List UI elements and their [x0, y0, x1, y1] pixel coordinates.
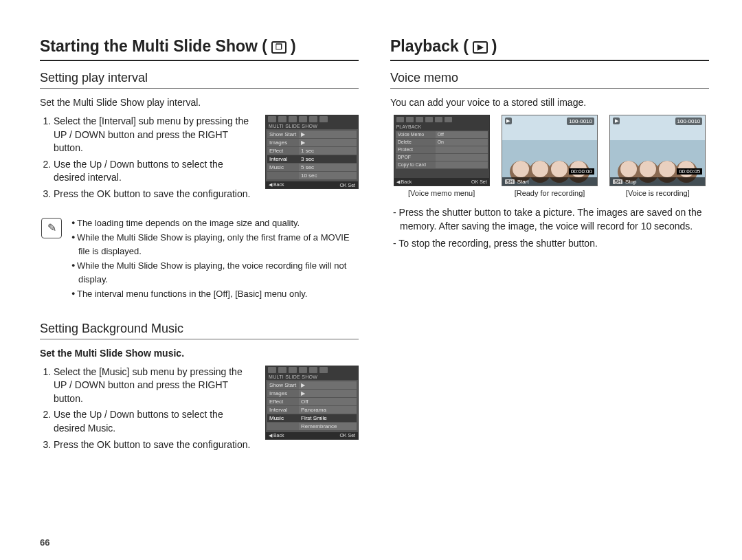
sec1-step-row: Select the [Interval] sub menu by pressi…: [40, 115, 359, 204]
right-sec1-intro: You can add your voice to a stored still…: [390, 97, 709, 108]
list-item: While the Multi Slide Show is playing, t…: [78, 259, 355, 286]
right-title-rule: [390, 60, 709, 61]
sec2-intro: Set the Multi Slide Show music.: [40, 348, 359, 359]
right-title: Playback ( ▶ ): [390, 37, 709, 56]
notes-list: The loading time depends on the image si…: [69, 216, 355, 302]
sec2-steps: Select the [Music] sub menu by pressing …: [40, 366, 256, 455]
list-item: Press the OK button to save the configur…: [54, 188, 256, 201]
right-sec1-heading: Voice memo: [390, 71, 709, 85]
list-item: While the Multi Slide Show is playing, o…: [78, 231, 355, 258]
vm-photo-recording: ▶ 100-0010 00:00:05 SHStop: [609, 115, 706, 186]
vm-item-recording: ▶ 100-0010 00:00:05 SHStop [Voice is rec…: [607, 115, 709, 197]
page-number: 66: [40, 537, 49, 548]
timer: 00:00:05: [677, 168, 702, 175]
lcd-tabbar: [266, 366, 358, 374]
lcd-title: MULTI SLIDE SHOW: [266, 123, 358, 129]
list-item: Press the OK button to save the configur…: [54, 438, 256, 452]
voice-memo-row: PLAYBACK Voice MemoOff DeleteOn Protect …: [390, 115, 709, 197]
sec1-rule: [40, 88, 359, 89]
photo-tag: 100-0010: [675, 117, 703, 125]
left-column: Starting the Multi Slide Show ( ❐ ) Sett…: [40, 37, 359, 454]
list-item: The interval menu functions in the [Off]…: [78, 287, 355, 301]
left-title-rule: [40, 60, 359, 61]
vm-item-ready: ▶ 100-0010 00:00:00 SHStart [Ready for r…: [498, 115, 600, 197]
list-item: Press the shutter button to take a pictu…: [400, 205, 709, 234]
sec1-lcd: MULTI SLIDE SHOW Show Start▶ Images▶ Eff…: [265, 115, 359, 189]
vm-photo-ready: ▶ 100-0010 00:00:00 SHStart: [502, 115, 598, 186]
vm-caption: [Voice memo menu]: [408, 189, 475, 197]
photo-tag: 100-0010: [567, 117, 594, 125]
sec2-lcd: MULTI SLIDE SHOW Show Start▶ Images▶ Eff…: [265, 366, 359, 440]
right-title-end: ): [492, 37, 497, 56]
list-item: Select the [Music] sub menu by pressing …: [54, 366, 256, 406]
vm-item-menu: PLAYBACK Voice MemoOff DeleteOn Protect …: [390, 115, 493, 197]
note-box: ✎ The loading time depends on the image …: [40, 215, 359, 304]
right-sec1-rule: [390, 88, 709, 89]
playback-icon: ▶: [473, 41, 488, 54]
list-item: Use the Up / Down buttons to select the …: [54, 158, 256, 185]
play-icon: ▶: [505, 117, 512, 124]
note-icon: ✎: [41, 218, 62, 238]
list-item: Select the [Interval] sub menu by pressi…: [54, 115, 256, 155]
sec1-steps: Select the [Interval] sub menu by pressi…: [40, 115, 256, 204]
right-column: Playback ( ▶ ) Voice memo You can add yo…: [390, 37, 709, 454]
vm-lcd-menu: PLAYBACK Voice MemoOff DeleteOn Protect …: [394, 115, 490, 186]
lcd-title: MULTI SLIDE SHOW: [266, 374, 358, 380]
left-title: Starting the Multi Slide Show ( ❐ ): [40, 37, 359, 56]
sec1-intro: Set the Multi Slide Show play interval.: [40, 97, 359, 108]
play-icon: ▶: [613, 117, 620, 124]
sec1-heading: Setting play interval: [40, 71, 359, 85]
list-item: To stop the recording, press the shutter…: [400, 236, 709, 250]
sec2-rule: [40, 339, 359, 339]
slideshow-icon: ❐: [271, 41, 286, 54]
vm-caption: [Voice is recording]: [626, 189, 690, 197]
left-title-end: ): [291, 37, 296, 56]
sec2-step-row: Select the [Music] sub menu by pressing …: [40, 366, 359, 455]
sec2-heading: Setting Background Music: [40, 322, 359, 336]
timer: 00:00:00: [569, 168, 594, 175]
list-item: The loading time depends on the image si…: [78, 216, 355, 230]
right-dash-list: Press the shutter button to take a pictu…: [390, 205, 709, 250]
lcd-tabbar: [266, 115, 358, 123]
list-item: Use the Up / Down buttons to select the …: [54, 408, 256, 435]
left-title-text: Starting the Multi Slide Show (: [40, 37, 267, 56]
right-title-text: Playback (: [390, 37, 469, 56]
vm-caption: [Ready for recording]: [515, 189, 585, 197]
